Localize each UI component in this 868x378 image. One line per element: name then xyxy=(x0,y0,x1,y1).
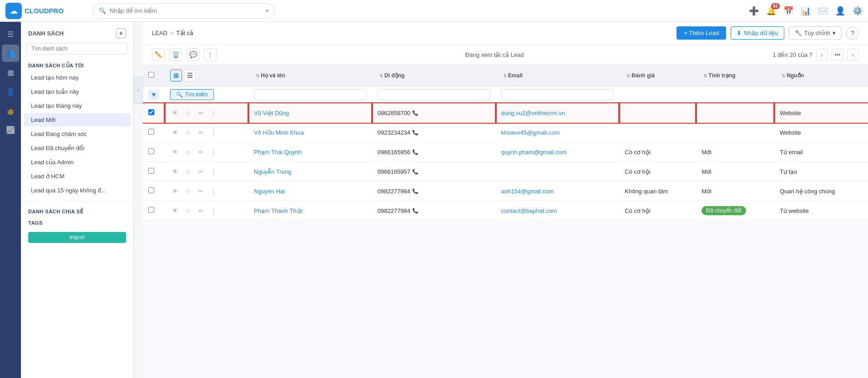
sidebar-search-input[interactable] xyxy=(26,43,128,55)
row-checkbox[interactable] xyxy=(148,207,154,213)
more-button[interactable]: ⋮ xyxy=(208,127,218,137)
row-checkbox[interactable] xyxy=(148,187,154,193)
more-button[interactable]: ⋮ xyxy=(208,206,218,216)
row-name-link[interactable]: Nguyễn Trung xyxy=(254,168,291,175)
select-all-checkbox[interactable] xyxy=(148,72,154,78)
more-button[interactable]: ⋮ xyxy=(208,108,218,118)
search-name-input[interactable] xyxy=(254,89,367,100)
customize-button[interactable]: 🔧 Tùy chỉnh ▾ xyxy=(789,26,842,40)
row-checkbox[interactable] xyxy=(148,148,154,154)
nav-item-person2[interactable]: 🧑 xyxy=(2,102,19,119)
prev-page-button[interactable]: ‹ xyxy=(816,49,828,60)
sidebar-item-caring[interactable]: Lead Đang chăm sóc xyxy=(24,127,131,141)
list-view-button[interactable]: ☰ xyxy=(184,70,196,81)
sidebar-item-thisweek[interactable]: Lead tạo tuần này xyxy=(24,85,131,98)
view-button[interactable]: 👁 xyxy=(170,147,180,157)
import-data-button[interactable]: ⬇ Nhập dữ liệu xyxy=(731,26,784,40)
source-text: Quan hệ công chúng xyxy=(780,188,835,195)
global-search-bar[interactable]: 🔍 ▾ xyxy=(93,3,275,19)
edit-button[interactable]: ✏ xyxy=(196,108,206,118)
nav-item-chart2[interactable]: 📈 xyxy=(2,121,19,138)
sidebar-item-today[interactable]: Lead tạo hôm nay xyxy=(24,71,131,84)
settings-icon[interactable]: ⚙️ xyxy=(853,6,863,16)
row-name-link[interactable]: Phạm Thái Quỳnh xyxy=(254,149,302,156)
row-name-link[interactable]: Nguyen Hai xyxy=(254,188,285,195)
view-button[interactable]: 👁 xyxy=(170,127,180,137)
header-name[interactable]: ⇅ Họ và tên xyxy=(248,65,372,86)
user-icon[interactable]: 👤 xyxy=(835,6,845,16)
star-button[interactable]: ☆ xyxy=(183,108,193,118)
row-checkbox[interactable] xyxy=(148,168,154,174)
table-row: 👁 ☆ ✏ ⋮ Phạm Thanh Thức 0982277984 📞 con… xyxy=(143,201,868,221)
star-button[interactable]: ☆ xyxy=(183,166,193,176)
filter-icon[interactable]: ▼ xyxy=(148,89,159,100)
nav-item-menu[interactable]: ☰ xyxy=(2,25,19,43)
global-search-input[interactable] xyxy=(110,7,262,14)
row-name-link[interactable]: Phạm Thanh Thức xyxy=(254,207,303,214)
star-button[interactable]: ☆ xyxy=(183,147,193,157)
sidebar-item-15days[interactable]: Lead quá 15 ngày không đ... xyxy=(24,184,131,197)
sidebar-item-hcm[interactable]: Lead ở HCM xyxy=(24,170,131,183)
row-name-link[interactable]: Võ Hữu Minh Khoa xyxy=(254,129,304,136)
logo-text: CLOUDPRO xyxy=(25,7,64,15)
edit-icon-button[interactable]: ✏️ xyxy=(152,48,165,61)
header-rating[interactable]: ⇅ Đánh giá xyxy=(619,65,696,86)
row-email-link[interactable]: quynh.pham@gmail.com xyxy=(501,149,567,156)
star-button[interactable]: ☆ xyxy=(183,127,193,137)
sidebar-collapse-button[interactable]: ‹ xyxy=(134,76,143,104)
delete-icon-button[interactable]: 🗑️ xyxy=(169,48,182,61)
breadcrumb-lead[interactable]: LEAD xyxy=(152,30,167,36)
header-status[interactable]: ⇅ Tình trạng xyxy=(696,65,774,86)
row-checkbox[interactable] xyxy=(148,129,154,135)
edit-button[interactable]: ✏ xyxy=(196,127,206,137)
mail-icon[interactable]: ✉️ xyxy=(818,6,828,16)
sidebar-add-button[interactable]: + xyxy=(116,28,126,38)
nav-item-person[interactable]: 👤 xyxy=(2,83,19,100)
more-icon-button[interactable]: ⋮ xyxy=(204,48,217,61)
comment-icon-button[interactable]: 💬 xyxy=(187,48,199,61)
more-button[interactable]: ⋮ xyxy=(208,147,218,157)
nav-item-contacts[interactable]: 👥 xyxy=(2,45,19,62)
sidebar-item-new[interactable]: Lead Mới xyxy=(24,113,131,126)
row-email-link[interactable]: khoavo45@gmail.com xyxy=(501,129,560,136)
view-button[interactable]: 👁 xyxy=(170,206,180,216)
sidebar-item-admin[interactable]: Lead của Admin xyxy=(24,156,131,169)
view-button[interactable]: 👁 xyxy=(170,186,180,196)
search-phone-input[interactable] xyxy=(378,89,490,100)
row-checkbox[interactable] xyxy=(148,109,154,115)
more-pages-button[interactable]: ••• xyxy=(832,49,843,60)
search-button[interactable]: 🔍 Tìm kiếm xyxy=(170,89,214,100)
edit-button[interactable]: ✏ xyxy=(196,186,206,196)
sidebar-item-converted[interactable]: Lead Đã chuyển đổi xyxy=(24,141,131,155)
add-lead-button[interactable]: + Thêm Lead xyxy=(676,26,726,40)
row-email-link[interactable]: anh154@gmail.com xyxy=(501,188,554,195)
grid-view-button[interactable]: ⊞ xyxy=(170,70,182,81)
row-name-link[interactable]: Vũ Việt Dũng xyxy=(254,110,289,116)
help-button[interactable]: ? xyxy=(846,27,859,40)
row-email-link[interactable]: contact@baphat.com xyxy=(501,207,557,214)
header-actions-col: ⊞ ☰ xyxy=(165,65,248,86)
view-button[interactable]: 👁 xyxy=(170,108,180,118)
search-email-input[interactable] xyxy=(501,89,614,100)
notification-icon[interactable]: 🔔 65 xyxy=(766,6,776,16)
breadcrumb-actions: + Thêm Lead ⬇ Nhập dữ liệu 🔧 Tùy chỉnh ▾… xyxy=(676,26,859,40)
header-phone[interactable]: ⇅ Di động xyxy=(372,65,496,86)
view-button[interactable]: 👁 xyxy=(170,166,180,176)
more-button[interactable]: ⋮ xyxy=(208,186,218,196)
header-email[interactable]: ⇅ Email xyxy=(496,65,620,86)
add-icon[interactable]: ➕ xyxy=(749,6,759,16)
sidebar-item-thismonth[interactable]: Lead tạo tháng này xyxy=(24,99,131,112)
import-button[interactable]: import xyxy=(28,232,126,243)
more-button[interactable]: ⋮ xyxy=(208,166,218,176)
chart-icon[interactable]: 📊 xyxy=(801,6,811,16)
calendar-icon[interactable]: 📅 xyxy=(783,6,793,16)
header-source[interactable]: ⇅ Nguồn xyxy=(774,65,868,86)
edit-button[interactable]: ✏ xyxy=(196,166,206,176)
row-email-link[interactable]: dung.vu2@onlinecrm.vn xyxy=(501,110,565,116)
edit-button[interactable]: ✏ xyxy=(196,147,206,157)
edit-button[interactable]: ✏ xyxy=(196,206,206,216)
star-button[interactable]: ☆ xyxy=(183,186,193,196)
next-page-button[interactable]: › xyxy=(847,49,859,60)
star-button[interactable]: ☆ xyxy=(183,206,193,216)
nav-item-grid[interactable]: ▦ xyxy=(2,64,19,81)
